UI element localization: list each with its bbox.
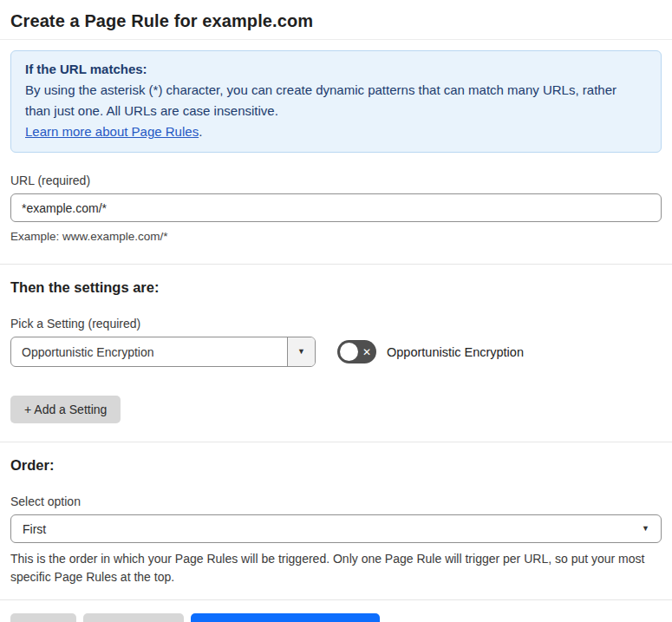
order-section-heading: Order: — [10, 457, 662, 474]
page-title: Create a Page Rule for example.com — [0, 0, 672, 39]
order-select[interactable]: First ▼ — [10, 514, 662, 543]
chevron-down-icon: ▼ — [297, 348, 305, 356]
opportunistic-encryption-toggle[interactable]: ✕ — [337, 340, 376, 363]
order-helper-text: This is the order in which your Page Rul… — [10, 550, 659, 586]
toggle-off-x-icon: ✕ — [362, 347, 371, 357]
footer-divider — [0, 599, 672, 600]
order-select-label: Select option — [10, 494, 662, 508]
toggle-label: Opportunistic Encryption — [387, 345, 524, 359]
info-box-link-row: Learn more about Page Rules. — [25, 121, 647, 142]
setting-select[interactable]: Opportunistic Encryption ▼ — [10, 337, 316, 367]
toggle-knob — [340, 343, 358, 361]
info-box-body: By using the asterisk (*) character, you… — [25, 80, 634, 121]
opportunistic-encryption-toggle-wrap: ✕ Opportunistic Encryption — [337, 340, 524, 363]
cancel-button[interactable]: Cancel — [10, 613, 76, 622]
learn-more-link[interactable]: Learn more about Page Rules — [25, 124, 199, 139]
url-example-helper: Example: www.example.com/* — [10, 228, 662, 246]
footer-actions: Cancel Save as Draft Save and Deploy Pag… — [10, 613, 662, 622]
header-divider — [0, 39, 672, 40]
create-page-rule-form: Create a Page Rule for example.com If th… — [0, 0, 672, 622]
save-as-draft-button[interactable]: Save as Draft — [83, 613, 185, 622]
order-section-divider — [0, 442, 672, 442]
setting-row: Opportunistic Encryption ▼ ✕ Opportunist… — [10, 337, 662, 367]
add-setting-button[interactable]: + Add a Setting — [10, 396, 121, 423]
chevron-down-icon: ▼ — [642, 525, 649, 533]
info-box-heading: If the URL matches: — [25, 59, 647, 80]
url-input[interactable] — [10, 193, 662, 222]
settings-section-divider — [0, 264, 672, 265]
url-field-label: URL (required) — [10, 174, 662, 187]
setting-select-caret-button[interactable]: ▼ — [287, 337, 315, 366]
url-match-info-box: If the URL matches: By using the asteris… — [10, 50, 662, 153]
settings-section-heading: Then the settings are: — [10, 279, 662, 296]
order-select-value: First — [23, 522, 46, 536]
link-suffix: . — [199, 124, 202, 139]
setting-select-value: Opportunistic Encryption — [11, 337, 287, 366]
save-and-deploy-button[interactable]: Save and Deploy Page Rule — [191, 613, 380, 622]
pick-setting-label: Pick a Setting (required) — [10, 317, 662, 331]
